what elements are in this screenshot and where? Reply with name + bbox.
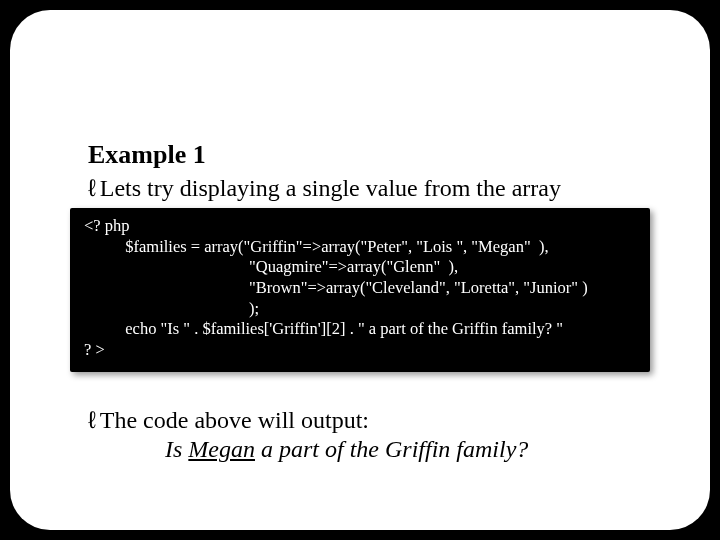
bullet-icon: ℓ <box>88 174 96 202</box>
code-line-5: ); <box>84 299 259 318</box>
lead-text: Lets try displaying a single value from … <box>100 175 561 201</box>
code-block: <? php $families = array("Griffin"=>arra… <box>70 208 650 372</box>
output-lead-text: The code above will output: <box>100 407 369 433</box>
slide-card: Example 1 ℓLets try displaying a single … <box>10 10 710 530</box>
bullet-icon: ℓ <box>88 406 96 434</box>
code-line-3: "Quagmire"=>array("Glenn" ), <box>84 257 458 276</box>
output-lead-line: ℓThe code above will output: <box>88 406 650 434</box>
output-suffix: a part of the Griffin family? <box>255 436 528 462</box>
code-line-2: $families = array("Griffin"=>array("Pete… <box>84 237 549 256</box>
code-line-4: "Brown"=>array("Cleveland", "Loretta", "… <box>84 278 588 297</box>
example-title: Example 1 <box>88 140 650 170</box>
code-line-6: echo "Is " . $families['Griffin'][2] . "… <box>84 319 563 338</box>
code-line-1: <? php <box>84 216 130 235</box>
lead-line: ℓLets try displaying a single value from… <box>88 174 650 202</box>
output-underlined: Megan <box>188 436 255 462</box>
code-line-7: ? > <box>84 340 105 359</box>
output-prefix: Is <box>165 436 188 462</box>
output-text: Is Megan a part of the Griffin family? <box>165 436 650 463</box>
